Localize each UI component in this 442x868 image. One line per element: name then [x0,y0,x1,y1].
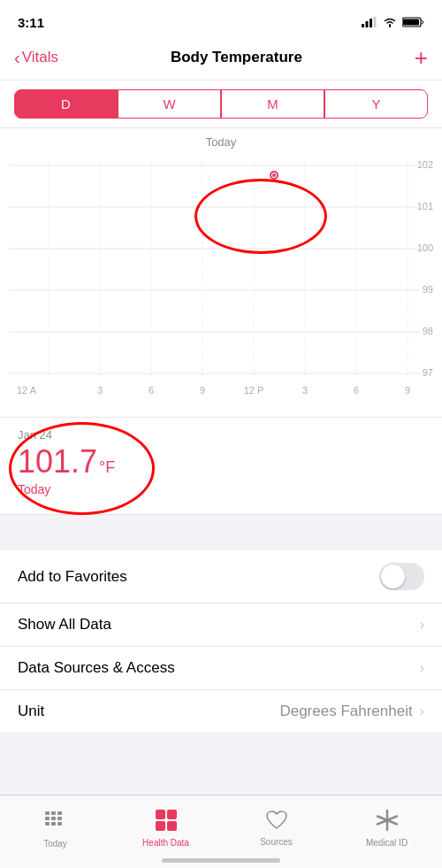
sources-tab-icon [265,810,288,834]
segment-year[interactable]: Y [324,89,428,119]
show-all-data-item[interactable]: Show All Data › [0,603,442,647]
health-data-tab-label: Health Data [142,838,189,848]
svg-rect-1 [366,21,369,27]
chart-today-label: Today [0,128,442,152]
svg-rect-43 [51,822,56,826]
tab-medical-id[interactable]: Medical ID [332,809,442,848]
svg-rect-46 [167,810,177,819]
tab-today[interactable]: Today [0,809,110,849]
status-bar: 3:11 [0,0,442,39]
svg-rect-5 [403,19,419,26]
chevron-right-icon-2: › [420,660,424,676]
data-sources-label: Data Sources & Access [18,659,175,677]
svg-rect-45 [156,810,165,819]
svg-rect-0 [362,24,364,27]
unit-value: Degrees Fahrenheit [279,703,412,720]
add-to-favorites-label: Add to Favorites [18,568,127,586]
svg-text:99: 99 [423,284,433,295]
data-sources-item[interactable]: Data Sources & Access › [0,647,442,690]
svg-rect-42 [45,822,50,826]
svg-text:3: 3 [97,385,103,396]
home-indicator [162,858,280,863]
svg-text:101: 101 [417,201,433,211]
svg-text:9: 9 [405,385,410,396]
segment-day[interactable]: D [14,89,118,119]
chart-container: Today 102 101 100 99 98 97 [0,128,442,417]
page-title: Body Temperature [171,49,302,66]
settings-list: Add to Favorites Show All Data › Data So… [0,550,442,733]
svg-text:12 A: 12 A [17,385,37,396]
add-to-favorites-item[interactable]: Add to Favorites [0,550,442,603]
nav-bar: ‹ Vitals Body Temperature + [0,39,442,81]
tab-bar: Today Health Data Sources [0,795,442,868]
chevron-right-icon-3: › [420,703,424,719]
favorites-toggle[interactable] [379,563,424,590]
unit-item[interactable]: Unit Degrees Fahrenheit › [0,690,442,733]
svg-rect-47 [156,821,165,831]
temperature-unit: °F [99,458,115,477]
sources-tab-label: Sources [260,837,293,847]
segment-control: D W M Y [0,81,442,128]
show-all-data-right: › [420,617,424,633]
back-button[interactable]: ‹ Vitals [14,49,58,66]
svg-point-35 [272,173,276,177]
chart-svg: 102 101 100 99 98 97 [0,152,442,413]
today-tab-label: Today [43,839,67,849]
svg-text:102: 102 [417,159,433,170]
unit-right: Degrees Fahrenheit › [279,703,424,720]
segment-month[interactable]: M [221,89,324,119]
back-label: Vitals [22,49,58,66]
data-sources-right: › [420,660,424,676]
svg-text:97: 97 [423,367,433,378]
wifi-icon [383,17,397,27]
chevron-right-icon: › [420,617,424,633]
svg-rect-37 [51,811,56,815]
svg-rect-40 [51,817,56,820]
health-data-tab-icon [155,809,178,835]
svg-text:6: 6 [354,385,359,396]
show-all-data-label: Show All Data [18,616,111,634]
add-button[interactable]: + [415,46,428,69]
measurement-value: 101.7 °F [18,443,424,480]
tab-health-data[interactable]: Health Data [110,809,221,848]
medical-id-tab-label: Medical ID [366,838,408,848]
svg-text:3: 3 [302,385,308,396]
status-icons [362,17,424,27]
svg-rect-38 [57,811,62,815]
svg-rect-41 [57,817,62,820]
signal-icon [362,17,377,27]
svg-rect-39 [45,817,50,820]
chevron-left-icon: ‹ [14,49,20,66]
segment-week[interactable]: W [118,89,221,119]
unit-label: Unit [18,703,44,720]
svg-text:12 P: 12 P [244,385,264,396]
temperature-number: 101.7 [18,443,97,480]
tab-sources[interactable]: Sources [221,810,332,847]
svg-rect-48 [167,821,177,831]
svg-text:6: 6 [149,385,154,396]
svg-rect-44 [57,822,62,826]
svg-text:100: 100 [417,242,433,253]
measurement-section: Jan 24 101.7 °F Today [0,418,442,515]
medical-id-tab-icon [376,809,399,835]
measurement-date: Jan 24 [18,428,424,442]
svg-text:98: 98 [423,326,433,336]
svg-text:9: 9 [200,385,205,396]
status-time: 3:11 [18,15,44,30]
toggle-knob [381,565,405,588]
today-tab-icon [44,809,67,836]
svg-rect-36 [45,811,50,815]
svg-rect-3 [374,17,377,27]
svg-rect-2 [370,19,372,27]
battery-icon [402,17,424,27]
measurement-sublabel: Today [18,482,424,496]
